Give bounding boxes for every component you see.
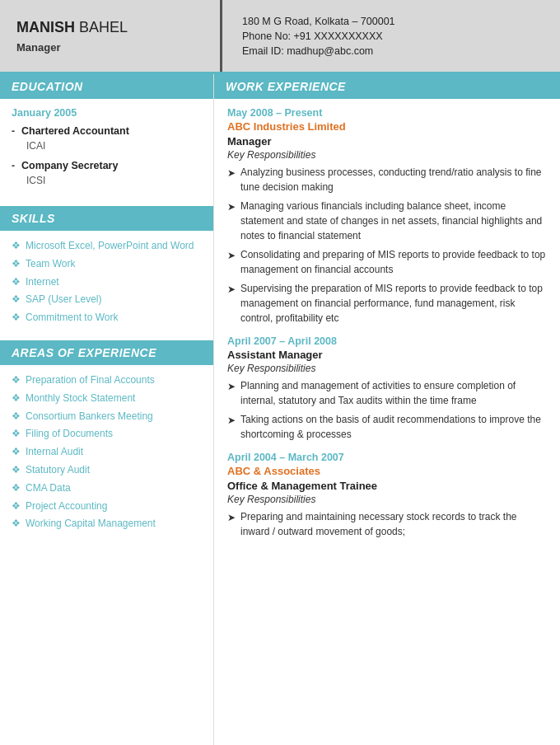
diamond-icon: ❖ (12, 258, 21, 269)
arrow-icon: ➤ (227, 413, 236, 428)
education-item-1: - Chartered Accountant (12, 125, 202, 137)
bullet-item: ➤Planning and management of activities t… (227, 378, 547, 408)
diamond-icon: ❖ (12, 410, 21, 422)
address: 180 M G Road, Kolkata – 700001 (242, 16, 540, 27)
area-text-5: Internal Audit (26, 445, 83, 459)
area-item-7: ❖ CMA Data (12, 481, 202, 495)
bullet-item: ➤Consolidating and preparing of MIS repo… (227, 247, 547, 277)
left-column: EDUCATION January 2005 - Chartered Accou… (0, 74, 214, 745)
skill-text-1: Microsoft Excel, PowerPoint and Word (26, 239, 194, 253)
diamond-icon: ❖ (12, 392, 21, 404)
bullet-item: ➤Supervising the preparation of MIS repo… (227, 281, 547, 326)
bullet-text: Preparing and maintaining necessary stoc… (240, 509, 547, 539)
header-right: 180 M G Road, Kolkata – 700001 Phone No:… (222, 0, 560, 72)
skill-text-4: SAP (User Level) (26, 293, 101, 307)
phone: Phone No: +91 XXXXXXXXXX (242, 30, 540, 42)
skill-text-2: Team Work (26, 257, 75, 271)
job-1-bullets: ➤Analyzing business processes, conductin… (227, 165, 547, 326)
degree-1: Chartered Accountant (21, 125, 129, 137)
diamond-icon: ❖ (12, 276, 21, 288)
diamond-icon: ❖ (12, 482, 21, 494)
skill-text-5: Commitment to Work (26, 311, 118, 325)
skill-text-3: Internet (26, 275, 59, 289)
skill-item-4: ❖ SAP (User Level) (12, 293, 202, 307)
bullet-item: ➤Preparing and maintaining necessary sto… (227, 509, 547, 539)
candidate-name: MANISH BAHEL (16, 19, 203, 36)
header-left: MANISH BAHEL Manager (0, 0, 222, 72)
arrow-icon: ➤ (227, 379, 236, 394)
body: EDUCATION January 2005 - Chartered Accou… (0, 74, 560, 745)
area-item-9: ❖ Working Capital Management (12, 517, 202, 531)
work-content: May 2008 – Present ABC Industries Limite… (214, 99, 560, 560)
area-text-2: Monthly Stock Statement (26, 391, 135, 405)
area-item-3: ❖ Consortium Bankers Meeting (12, 410, 202, 424)
bullet-text: Managing various financials including ba… (240, 199, 547, 243)
job-1-company: ABC Industries Limited (227, 120, 547, 133)
header: MANISH BAHEL Manager 180 M G Road, Kolka… (0, 0, 560, 74)
areas-section-header: AREAS OF EXPERIENCE (0, 340, 213, 365)
job-1-period: May 2008 – Present (227, 107, 547, 119)
job-3-company: ABC & Associates (227, 465, 547, 477)
diamond-icon: ❖ (12, 518, 21, 529)
job-2-period: April 2007 – April 2008 (227, 335, 547, 347)
area-text-1: Preparation of Final Accounts (26, 373, 155, 387)
diamond-icon: ❖ (12, 464, 21, 476)
education-item-2: - Company Secretary (12, 160, 202, 171)
job-3: April 2004 – March 2007 ABC & Associates… (227, 452, 547, 539)
area-text-8: Project Accounting (26, 499, 107, 513)
job-3-period: April 2004 – March 2007 (227, 452, 547, 463)
area-item-5: ❖ Internal Audit (12, 445, 202, 459)
bullet-item: ➤Analyzing business processes, conductin… (227, 165, 547, 194)
right-column: WORK EXPERIENCE May 2008 – Present ABC I… (214, 74, 560, 745)
skill-item-2: ❖ Team Work (12, 257, 202, 271)
area-item-8: ❖ Project Accounting (12, 499, 202, 513)
diamond-icon: ❖ (12, 293, 21, 305)
job-2-key-label: Key Responsibilities (227, 363, 547, 374)
skill-item-3: ❖ Internet (12, 275, 202, 289)
skill-item-1: ❖ Microsoft Excel, PowerPoint and Word (12, 239, 202, 253)
work-section-header: WORK EXPERIENCE (214, 74, 560, 99)
diamond-icon: ❖ (12, 374, 21, 386)
arrow-icon: ➤ (227, 199, 236, 214)
education-date: January 2005 (12, 107, 202, 119)
area-item-4: ❖ Filing of Documents (12, 427, 202, 441)
institution-2: ICSI (26, 175, 202, 186)
area-text-4: Filing of Documents (26, 427, 113, 441)
bullet-text: Analyzing business processes, conducting… (240, 165, 547, 194)
arrow-icon: ➤ (227, 166, 236, 180)
email: Email ID: madhup@abc.com (242, 45, 540, 57)
arrow-icon: ➤ (227, 510, 236, 525)
diamond-icon: ❖ (12, 446, 21, 457)
institution-1: ICAI (26, 140, 202, 152)
area-text-7: CMA Data (26, 481, 71, 495)
job-1-key-label: Key Responsibilities (227, 149, 547, 161)
last-name: BAHEL (75, 19, 128, 35)
skill-item-5: ❖ Commitment to Work (12, 311, 202, 325)
area-item-2: ❖ Monthly Stock Statement (12, 391, 202, 405)
area-item-6: ❖ Statutory Audit (12, 463, 202, 477)
first-name: MANISH (16, 19, 75, 35)
areas-content: ❖ Preparation of Final Accounts ❖ Monthl… (0, 365, 213, 546)
dash-icon-2: - (12, 160, 15, 171)
bullet-item: ➤Managing various financials including b… (227, 199, 547, 243)
area-item-1: ❖ Preparation of Final Accounts (12, 373, 202, 387)
arrow-icon: ➤ (227, 282, 236, 297)
job-3-position: Office & Management Trainee (227, 480, 547, 492)
diamond-icon: ❖ (12, 312, 21, 323)
arrow-icon: ➤ (227, 248, 236, 263)
area-text-6: Statutory Audit (26, 463, 90, 477)
skills-section-header: SKILLS (0, 206, 213, 231)
candidate-title: Manager (16, 41, 203, 54)
bullet-item: ➤Taking actions on the basis of audit re… (227, 412, 547, 442)
job-3-key-label: Key Responsibilities (227, 494, 547, 505)
job-1: May 2008 – Present ABC Industries Limite… (227, 107, 547, 326)
education-content: January 2005 - Chartered Accountant ICAI… (0, 99, 213, 206)
diamond-icon: ❖ (12, 428, 21, 439)
degree-2: Company Secretary (21, 160, 118, 171)
job-2: April 2007 – April 2008 Assistant Manage… (227, 335, 547, 442)
resume-page: MANISH BAHEL Manager 180 M G Road, Kolka… (0, 0, 560, 745)
diamond-icon: ❖ (12, 240, 21, 251)
bullet-text: Consolidating and preparing of MIS repor… (240, 247, 547, 277)
bullet-text: Taking actions on the basis of audit rec… (240, 412, 547, 442)
bullet-text: Planning and management of activities to… (240, 378, 547, 408)
